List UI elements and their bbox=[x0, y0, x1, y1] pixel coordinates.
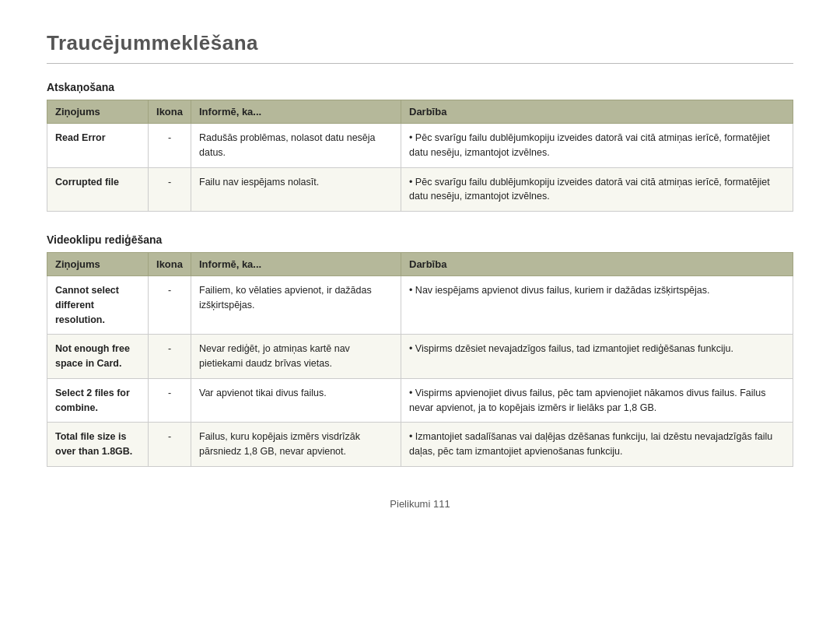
table-row: Cannot select different resolution. - Fa… bbox=[47, 276, 793, 335]
s2-icon-1: - bbox=[149, 335, 191, 379]
s2-action-3: Izmantojiet sadalīšanas vai daļējas dzēš… bbox=[401, 423, 793, 467]
s1-icon-1: - bbox=[149, 167, 191, 212]
s2-action-0: Nav iespējams apvienot divus failus, kur… bbox=[401, 276, 793, 335]
s2-info-2: Var apvienot tikai divus failus. bbox=[191, 378, 401, 423]
s2-msg-2: Select 2 files for combine. bbox=[47, 378, 149, 423]
table-row: Corrupted file - Failu nav iespējams nol… bbox=[47, 167, 793, 212]
s1-info-1: Failu nav iespējams nolasīt. bbox=[191, 167, 401, 212]
page-container: Traucējummeklēšana Atskaņošana Ziņojums … bbox=[47, 31, 793, 510]
s2-col-msg: Ziņojums bbox=[47, 253, 149, 276]
section2-header-row: Ziņojums Ikona Informē, ka... Darbība bbox=[47, 253, 793, 276]
section2-title: Videoklipu rediģēšana bbox=[47, 233, 793, 246]
section1-table: Ziņojums Ikona Informē, ka... Darbība Re… bbox=[47, 100, 793, 212]
s2-col-action: Darbība bbox=[401, 253, 793, 276]
s1-icon-0: - bbox=[149, 124, 191, 168]
title-divider bbox=[47, 63, 793, 64]
s1-info-0: Radušās problēmas, nolasot datu nesēja d… bbox=[191, 124, 401, 168]
s1-col-info: Informē, ka... bbox=[191, 100, 401, 124]
s2-msg-3: Total file size is over than 1.8GB. bbox=[47, 423, 149, 467]
table-row: Not enough free space in Card. - Nevar r… bbox=[47, 335, 793, 379]
s1-col-action: Darbība bbox=[401, 100, 793, 124]
s2-info-3: Failus, kuru kopējais izmērs visdrīzāk p… bbox=[191, 423, 401, 467]
s2-msg-0: Cannot select different resolution. bbox=[47, 276, 149, 335]
s2-col-info: Informē, ka... bbox=[191, 253, 401, 276]
s2-action-1: Vispirms dzēsiet nevajadzīgos failus, ta… bbox=[401, 335, 793, 379]
s1-action-1: Pēc svarīgu failu dublējumkopiju izveide… bbox=[401, 167, 793, 212]
s1-action-0: Pēc svarīgu failu dublējumkopiju izveide… bbox=[401, 124, 793, 168]
s2-col-icon: Ikona bbox=[149, 253, 191, 276]
s2-info-0: Failiem, ko vēlaties apvienot, ir dažāda… bbox=[191, 276, 401, 335]
section2-table: Ziņojums Ikona Informē, ka... Darbība Ca… bbox=[47, 252, 793, 467]
s2-info-1: Nevar rediģēt, jo atmiņas kartē nav piet… bbox=[191, 335, 401, 379]
table-row: Total file size is over than 1.8GB. - Fa… bbox=[47, 423, 793, 467]
section1-title: Atskaņošana bbox=[47, 81, 793, 93]
s2-msg-1: Not enough free space in Card. bbox=[47, 335, 149, 379]
s1-col-msg: Ziņojums bbox=[47, 100, 149, 124]
section1-header-row: Ziņojums Ikona Informē, ka... Darbība bbox=[47, 100, 793, 124]
s1-msg-0: Read Error bbox=[47, 124, 149, 168]
s1-msg-1: Corrupted file bbox=[47, 167, 149, 212]
s2-action-2: Vispirms apvienojiet divus failus, pēc t… bbox=[401, 378, 793, 423]
s2-icon-0: - bbox=[149, 276, 191, 335]
page-title: Traucējummeklēšana bbox=[47, 31, 793, 55]
table-row: Select 2 files for combine. - Var apvien… bbox=[47, 378, 793, 423]
s2-icon-2: - bbox=[149, 378, 191, 423]
s1-col-icon: Ikona bbox=[149, 100, 191, 124]
table-row: Read Error - Radušās problēmas, nolasot … bbox=[47, 124, 793, 168]
page-footer: Pielikumi 111 bbox=[47, 498, 793, 510]
s2-icon-3: - bbox=[149, 423, 191, 467]
